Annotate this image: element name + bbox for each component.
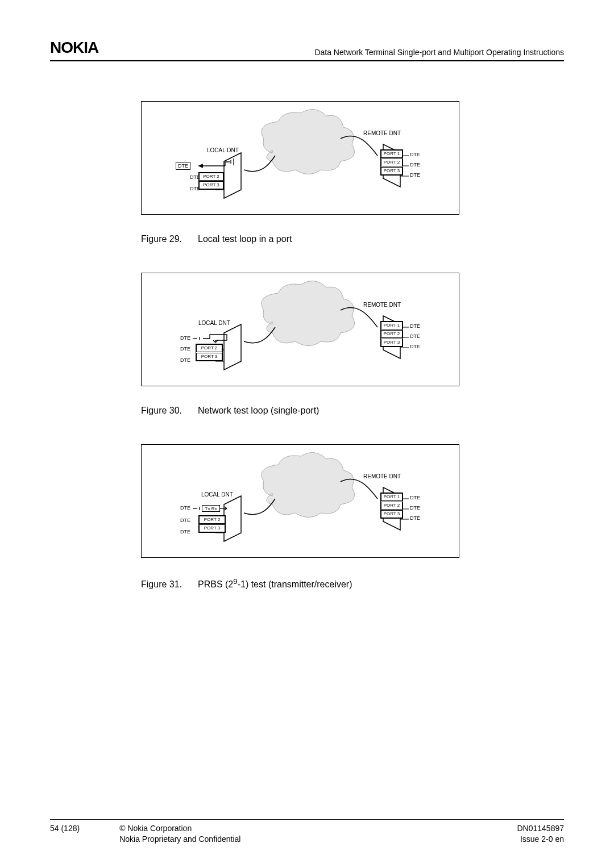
- port2-label: PORT 2: [381, 502, 403, 510]
- figure-30: LOCAL DNT REMOTE DNT DTE DTE DTE PORT 2 …: [141, 273, 564, 416]
- figure-31-svg: [142, 445, 460, 558]
- figure-29-svg: [142, 102, 460, 215]
- port2-label: PORT 2: [381, 158, 403, 166]
- figure-31-caption: Figure 31.PRBS (29-1) test (transmitter/…: [141, 577, 564, 590]
- port3-label: PORT 3: [381, 510, 403, 518]
- page-header: NOKIA Data Network Terminal Single-port …: [50, 39, 564, 61]
- port3-label: PORT 3: [199, 181, 223, 189]
- nokia-logo: NOKIA: [50, 39, 98, 57]
- port3-label: PORT 3: [196, 353, 222, 361]
- port1-label: PORT 1: [381, 322, 403, 329]
- port2-label: PORT 2: [199, 516, 225, 524]
- figure-31: LOCAL DNT REMOTE DNT DTE DTE DTE Tx Rx P…: [141, 444, 564, 590]
- port1-label: PORT 1: [381, 150, 403, 158]
- figure-30-caption: Figure 30.Network test loop (single-port…: [141, 406, 564, 416]
- port2-label: PORT 2: [199, 173, 223, 181]
- port2-label: PORT 2: [381, 330, 403, 338]
- figure-31-box: LOCAL DNT REMOTE DNT DTE DTE DTE Tx Rx P…: [141, 444, 459, 558]
- figure-29: LOCAL DNT REMOTE DNT DTE DTE DTE PORT 2 …: [141, 101, 564, 244]
- footer-issue: Issue 2-0 en: [517, 834, 564, 845]
- port3-label: PORT 3: [381, 167, 403, 175]
- page-number: 54 (128): [50, 823, 80, 845]
- footer-copyright: © Nokia Corporation: [119, 823, 240, 834]
- page-footer: 54 (128) © Nokia Corporation Nokia Propr…: [50, 819, 564, 845]
- footer-confidential: Nokia Proprietary and Confidential: [119, 834, 240, 845]
- port2-label: PORT 2: [196, 344, 222, 352]
- txrx-box: Tx Rx: [202, 505, 220, 512]
- port3-label: PORT 3: [199, 524, 225, 532]
- figure-30-svg: [142, 273, 460, 387]
- figure-29-caption: Figure 29.Local test loop in a port: [141, 234, 564, 244]
- port3-label: PORT 3: [381, 339, 403, 347]
- footer-docnum: DN01145897: [517, 823, 564, 834]
- figure-29-box: LOCAL DNT REMOTE DNT DTE DTE DTE PORT 2 …: [141, 101, 459, 215]
- dte-box: DTE: [176, 162, 190, 170]
- port1-label: PORT 1: [381, 493, 403, 501]
- figure-30-box: LOCAL DNT REMOTE DNT DTE DTE DTE PORT 2 …: [141, 273, 459, 386]
- header-title: Data Network Terminal Single-port and Mu…: [314, 48, 564, 57]
